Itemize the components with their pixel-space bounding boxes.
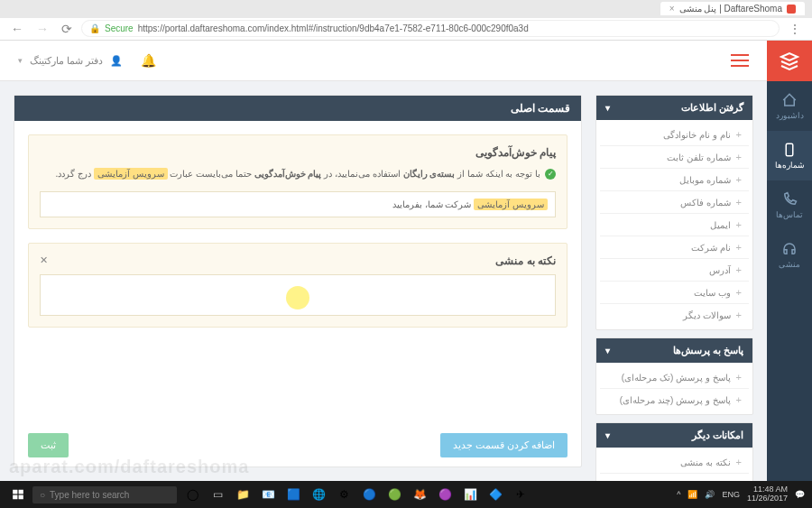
secure-label: Secure xyxy=(105,23,134,33)
panel-qa: پاسخ به پرسش‌ها ▾ +پاسخ و پرسش (تک مرحله… xyxy=(595,337,753,415)
other-item[interactable]: +انتقال تماس xyxy=(600,474,749,481)
item-label: وب سایت xyxy=(694,288,731,298)
item-label: پاسخ و پرسش (تک مرحله‌ای) xyxy=(622,373,731,383)
chevron-down-icon: ▾ xyxy=(605,103,610,113)
info-item[interactable]: +ایمیل xyxy=(600,214,749,236)
other-item[interactable]: +نکته به منشی xyxy=(600,451,749,474)
info-item[interactable]: +وب سایت xyxy=(600,282,749,304)
info-item[interactable]: +شماره موبایل xyxy=(600,169,749,191)
info-item[interactable]: +نام و نام خانوادگی xyxy=(600,124,749,146)
svg-rect-0 xyxy=(786,143,793,156)
tab-close-icon[interactable]: × xyxy=(669,4,675,14)
nav-label: تماس‌ها xyxy=(776,210,803,219)
plus-icon: + xyxy=(736,457,742,467)
action-row: اضافه کردن قسمت جدید ثبت xyxy=(14,424,581,466)
logo-icon xyxy=(779,51,800,72)
nav-secretary[interactable]: منشی xyxy=(767,230,812,280)
plus-icon: + xyxy=(736,372,742,383)
welcome-input[interactable]: سرویس آزمایشی شرکت شما، بفرمایید xyxy=(40,191,556,217)
phone-icon xyxy=(781,191,798,208)
info-item[interactable]: +سوالات دیگر xyxy=(600,304,749,326)
plus-icon: + xyxy=(736,242,742,253)
user-name: دفتر شما مارکتینگ xyxy=(30,55,103,67)
info-item[interactable]: +آدرس xyxy=(600,259,749,282)
forward-icon[interactable]: → xyxy=(32,22,52,36)
panel-title: پاسخ به پرسش‌ها xyxy=(673,345,743,356)
bell-icon[interactable]: 🔔 xyxy=(141,53,156,68)
favicon-icon xyxy=(787,5,796,14)
plus-icon: + xyxy=(736,219,742,230)
plus-icon: + xyxy=(736,264,742,275)
user-menu[interactable]: ▾ دفتر شما مارکتینگ 👤 🔔 xyxy=(18,53,156,68)
reload-icon[interactable]: ⟳ xyxy=(58,22,76,36)
note-title: نکته به منشی xyxy=(40,254,556,267)
add-section-button[interactable]: اضافه کردن قسمت جدید xyxy=(440,433,567,457)
welcome-title: پیام خوش‌آمدگویی xyxy=(40,146,556,159)
nav-label: داشبورد xyxy=(776,111,804,120)
panel-info-body: +نام و نام خانوادگی+شماره تلفن ثابت+شمار… xyxy=(596,120,752,329)
panel-other: امکانات دیگر ▾ +نکته به منشی+انتقال تماس xyxy=(595,422,753,481)
app-container: داشبورد شماره‌ها تماس‌ها منشی ▾ دفتر شما… xyxy=(0,41,812,481)
item-label: ایمیل xyxy=(710,220,731,230)
nav-numbers[interactable]: شماره‌ها xyxy=(767,131,812,180)
main-panel: قسمت اصلی پیام خوش‌آمدگویی ✓ با توجه به … xyxy=(14,95,582,467)
panel-info: گرفتن اطلاعات ▾ +نام و نام خانوادگی+شمار… xyxy=(595,95,753,330)
main-panel-header: قسمت اصلی xyxy=(14,96,581,121)
phone-list-icon xyxy=(781,142,798,158)
plus-icon: + xyxy=(736,152,742,162)
panel-other-body: +نکته به منشی+انتقال تماس xyxy=(596,448,752,481)
nav-dashboard[interactable]: داشبورد xyxy=(767,81,812,131)
address-bar[interactable]: 🔒 Secure https://portal.daftareshoma.com… xyxy=(81,20,780,37)
main-panel-body: پیام خوش‌آمدگویی ✓ با توجه به اینکه شما … xyxy=(14,121,581,424)
input-rest: شرکت شما، بفرمایید xyxy=(392,199,474,209)
headset-icon xyxy=(781,241,798,257)
cursor-highlight-icon xyxy=(286,286,309,309)
plus-icon: + xyxy=(736,394,742,405)
tab-row: DaftareShoma | پنل منشی × xyxy=(0,0,812,18)
qa-item[interactable]: +پاسخ و پرسش (چند مرحله‌ای) xyxy=(600,389,749,411)
menu-icon[interactable]: ⋮ xyxy=(785,22,805,36)
plus-icon: + xyxy=(736,309,742,320)
close-icon[interactable]: ✕ xyxy=(40,254,48,266)
qa-item[interactable]: +پاسخ و پرسش (تک مرحله‌ای) xyxy=(600,366,749,389)
plus-icon: + xyxy=(736,129,742,140)
side-panel: گرفتن اطلاعات ▾ +نام و نام خانوادگی+شمار… xyxy=(595,95,753,467)
home-icon xyxy=(781,92,798,108)
note-section: ✕ نکته به منشی xyxy=(28,243,567,328)
panel-qa-header[interactable]: پاسخ به پرسش‌ها ▾ xyxy=(596,338,752,363)
nav-calls[interactable]: تماس‌ها xyxy=(767,180,812,230)
welcome-section: پیام خوش‌آمدگویی ✓ با توجه به اینکه شما … xyxy=(28,134,567,229)
hamburger-icon[interactable] xyxy=(731,54,749,67)
item-label: سوالات دیگر xyxy=(683,310,731,320)
chevron-down-icon: ▾ xyxy=(605,430,610,440)
note-input[interactable] xyxy=(40,274,556,316)
browser-tab[interactable]: DaftareShoma | پنل منشی × xyxy=(660,2,805,15)
panel-qa-body: +پاسخ و پرسش (تک مرحله‌ای)+پاسخ و پرسش (… xyxy=(596,363,752,414)
item-label: نام و نام خانوادگی xyxy=(663,130,730,140)
browser-chrome: DaftareShoma | پنل منشی × ← → ⟳ 🔒 Secure… xyxy=(0,0,812,41)
check-icon: ✓ xyxy=(545,169,556,180)
info-item[interactable]: +شماره تلفن ثابت xyxy=(600,146,749,169)
item-label: نام شرکت xyxy=(691,243,731,253)
welcome-note: ✓ با توجه به اینکه شما از بسته‌ی رایگان … xyxy=(40,166,556,182)
plus-icon: + xyxy=(736,174,742,185)
back-icon[interactable]: ← xyxy=(7,22,27,36)
info-item[interactable]: +نام شرکت xyxy=(600,236,749,259)
chevron-down-icon: ▾ xyxy=(18,56,23,65)
item-label: شماره موبایل xyxy=(679,175,731,185)
icon-sidebar: داشبورد شماره‌ها تماس‌ها منشی xyxy=(767,41,812,481)
logo[interactable] xyxy=(767,41,812,81)
item-label: شماره فاکس xyxy=(680,198,731,208)
save-button[interactable]: ثبت xyxy=(28,433,69,457)
note-text: با توجه به اینکه شما از بسته‌ی رایگان اس… xyxy=(55,166,540,182)
panel-other-header[interactable]: امکانات دیگر ▾ xyxy=(596,423,752,448)
info-item[interactable]: +شماره فاکس xyxy=(600,191,749,214)
item-label: شماره تلفن ثابت xyxy=(667,152,731,162)
item-label: نکته به منشی xyxy=(680,457,731,467)
input-highlight: سرویس آزمایشی xyxy=(474,199,548,210)
address-row: ← → ⟳ 🔒 Secure https://portal.daftaresho… xyxy=(0,18,812,40)
item-label: پاسخ و پرسش (چند مرحله‌ای) xyxy=(620,395,731,405)
panel-info-header[interactable]: گرفتن اطلاعات ▾ xyxy=(596,96,752,120)
nav-label: منشی xyxy=(779,260,800,269)
user-icon: 👤 xyxy=(110,55,123,67)
